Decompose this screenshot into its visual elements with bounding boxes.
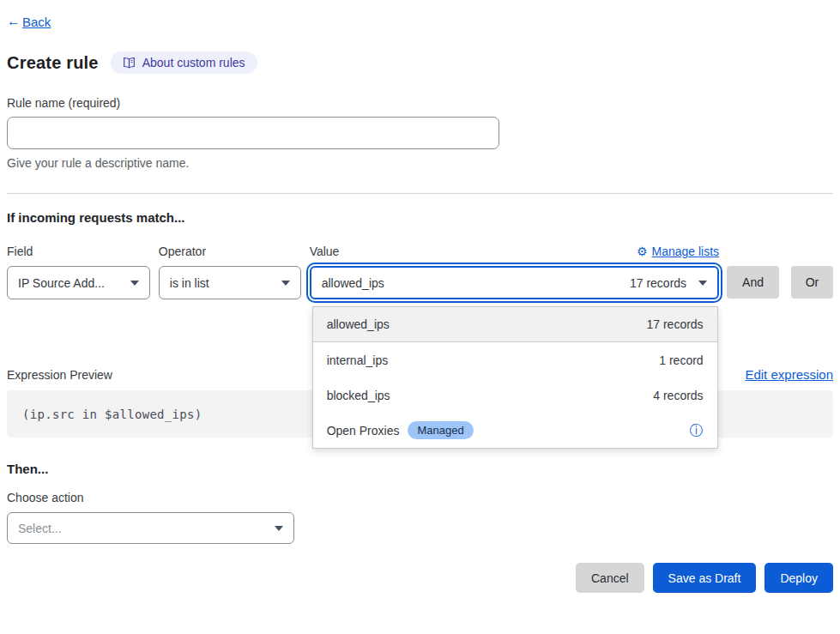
operator-select-value: is in list — [170, 276, 209, 290]
about-custom-rules-link[interactable]: About custom rules — [111, 51, 257, 74]
back-link-label: Back — [22, 15, 51, 29]
manage-lists-link[interactable]: ⚙ Manage lists — [637, 245, 719, 258]
value-cell: Value ⚙ Manage lists allowed_ips 17 reco… — [310, 245, 719, 299]
save-as-draft-button[interactable]: Save as Draft — [653, 563, 757, 593]
section-divider — [7, 193, 833, 194]
dropdown-item-allowed-ips[interactable]: allowed_ips 17 records — [313, 307, 717, 342]
field-cell: Field IP Source Add... — [7, 245, 150, 299]
condition-row: Field IP Source Add... Operator is in li… — [7, 245, 833, 299]
match-heading: If incoming requests match... — [7, 210, 833, 225]
field-select[interactable]: IP Source Add... — [7, 266, 150, 299]
value-select-right: 17 records — [630, 276, 707, 290]
operator-cell: Operator is in list — [159, 245, 301, 299]
value-label-row: Value ⚙ Manage lists — [310, 245, 719, 258]
info-icon[interactable]: ⓘ — [690, 424, 704, 438]
back-link[interactable]: ← Back — [7, 14, 51, 29]
list-name: allowed_ips — [327, 317, 390, 331]
list-name: internal_ips — [327, 353, 389, 367]
and-button[interactable]: And — [727, 266, 779, 299]
managed-badge: Managed — [408, 421, 473, 439]
dropdown-item-open-proxies[interactable]: Open Proxies Managed ⓘ — [313, 413, 717, 448]
rule-name-helper: Give your rule a descriptive name. — [7, 156, 833, 170]
value-select-records: 17 records — [630, 276, 686, 290]
back-arrow-icon: ← — [7, 14, 21, 29]
then-heading: Then... — [7, 462, 833, 476]
book-icon — [123, 57, 136, 69]
or-button[interactable]: Or — [791, 266, 833, 299]
list-name-group: Open Proxies Managed — [327, 421, 474, 439]
list-records: 1 record — [659, 353, 703, 367]
operator-select[interactable]: is in list — [159, 266, 301, 299]
field-label: Field — [7, 245, 150, 258]
manage-lists-label: Manage lists — [652, 245, 720, 258]
value-dropdown-panel: allowed_ips 17 records internal_ips 1 re… — [312, 306, 718, 449]
operator-label: Operator — [159, 245, 301, 258]
list-name: blocked_ips — [327, 389, 390, 402]
about-custom-rules-label: About custom rules — [142, 56, 245, 69]
footer-actions: Cancel Save as Draft Deploy — [7, 563, 833, 593]
chevron-down-icon — [698, 281, 707, 286]
rule-name-label: Rule name (required) — [7, 96, 833, 110]
expression-code: (ip.src in $allowed_ips) — [22, 408, 202, 421]
choose-action-label: Choose action — [7, 491, 833, 504]
action-select[interactable]: Select... — [7, 512, 294, 544]
chevron-down-icon — [130, 281, 139, 286]
dropdown-item-internal-ips[interactable]: internal_ips 1 record — [313, 342, 717, 377]
cancel-button[interactable]: Cancel — [576, 563, 644, 593]
value-select-value: allowed_ips — [322, 276, 384, 290]
dropdown-item-blocked-ips[interactable]: blocked_ips 4 records — [313, 377, 717, 413]
edit-expression-link[interactable]: Edit expression — [745, 367, 833, 382]
list-records: 17 records — [646, 317, 703, 331]
rule-name-input[interactable] — [7, 117, 499, 149]
list-records: 4 records — [653, 389, 703, 402]
value-select[interactable]: allowed_ips 17 records allowed_ips 17 re… — [310, 266, 719, 299]
create-rule-page: ← Back Create rule About custom rules Ru… — [0, 0, 840, 610]
value-label: Value — [310, 245, 340, 258]
gear-icon: ⚙ — [637, 245, 648, 258]
title-row: Create rule About custom rules — [7, 51, 833, 74]
deploy-button[interactable]: Deploy — [764, 563, 833, 593]
chevron-down-icon — [275, 526, 283, 531]
field-select-value: IP Source Add... — [18, 276, 105, 290]
list-name: Open Proxies — [327, 424, 400, 438]
chevron-down-icon — [281, 281, 290, 286]
action-select-placeholder: Select... — [18, 522, 62, 535]
expression-preview-label: Expression Preview — [7, 368, 112, 382]
page-title: Create rule — [7, 53, 99, 73]
